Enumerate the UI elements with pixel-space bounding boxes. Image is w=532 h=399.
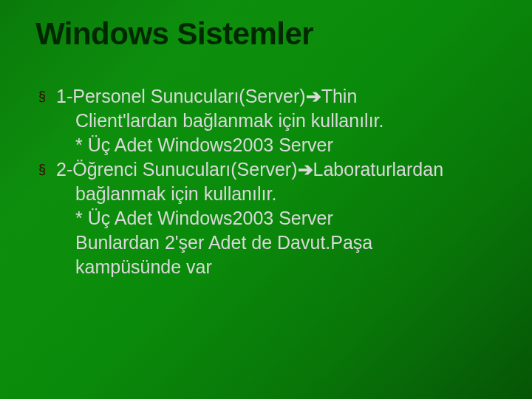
slide: Windows Sistemler § 1-Personel Sunucular… bbox=[0, 0, 532, 399]
bullet-icon: § bbox=[38, 89, 46, 104]
arrow-right-icon: ➔ bbox=[306, 86, 321, 106]
text-line: kampüsünde var bbox=[56, 255, 497, 279]
text-segment: Laboraturlardan bbox=[313, 159, 444, 180]
text-line: * Üç Adet Windows2003 Server bbox=[56, 133, 497, 157]
text-segment: Thin bbox=[321, 86, 358, 106]
body-line-4: § 2-Öğrenci Sunucuları(Server)➔Laboratur… bbox=[56, 157, 497, 182]
arrow-right-icon: ➔ bbox=[298, 159, 313, 180]
text-line: * Üç Adet Windows2003 Server bbox=[56, 206, 497, 231]
slide-title: Windows Sistemler bbox=[35, 16, 497, 52]
text-line: bağlanmak için kullanılır. bbox=[56, 182, 497, 206]
text-segment: 1-Personel Sunucuları(Server) bbox=[56, 86, 306, 106]
text-line: 2-Öğrenci Sunucuları(Server)➔Laboraturla… bbox=[56, 157, 497, 182]
slide-body: § 1-Personel Sunucuları(Server)➔Thin Cli… bbox=[35, 84, 497, 279]
text-line: 1-Personel Sunucuları(Server)➔Thin bbox=[56, 84, 497, 109]
bullet-icon: § bbox=[38, 162, 46, 177]
text-line: Bunlardan 2'şer Adet de Davut.Paşa bbox=[56, 231, 497, 255]
text-segment: 2-Öğrenci Sunucuları(Server) bbox=[56, 159, 298, 180]
text-line: Client'lardan bağlanmak için kullanılır. bbox=[56, 109, 497, 133]
body-line-1: § 1-Personel Sunucuları(Server)➔Thin bbox=[56, 84, 497, 109]
